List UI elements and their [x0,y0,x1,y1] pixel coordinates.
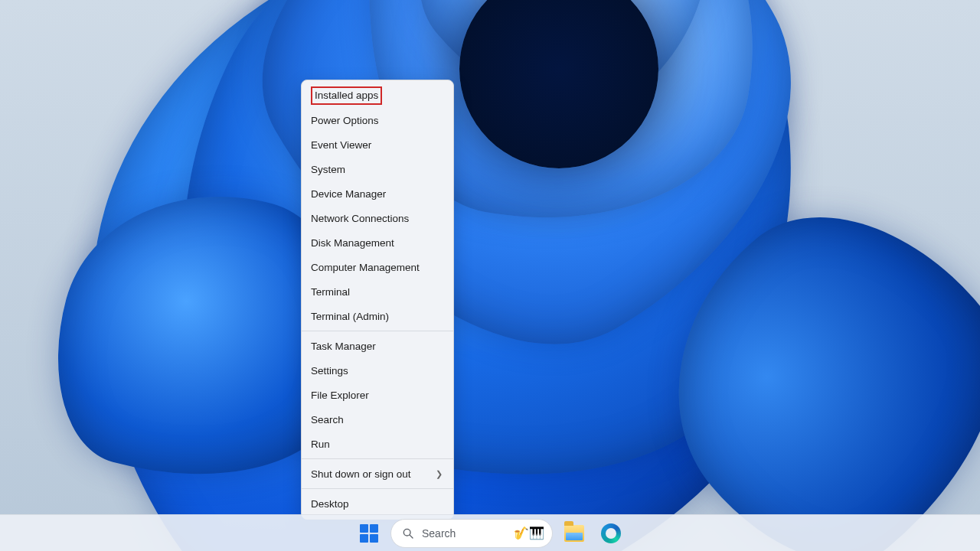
menu-item-label: Settings [311,365,348,377]
taskbar-file-explorer-button[interactable] [559,518,590,549]
menu-item-run[interactable]: Run [302,432,453,456]
menu-item-shut-down-or-sign-out[interactable]: Shut down or sign out❯ [302,461,453,486]
chevron-right-icon: ❯ [436,469,443,479]
menu-separator [302,331,453,331]
menu-item-label: Event Viewer [311,139,371,151]
taskbar: Search 🎷🎹 [0,514,980,551]
winx-context-menu: Installed appsPower OptionsEvent ViewerS… [301,80,454,520]
menu-item-label: System [311,164,345,175]
menu-item-task-manager[interactable]: Task Manager [302,334,453,358]
menu-item-label: Network Connections [311,213,409,224]
menu-item-event-viewer[interactable]: Event Viewer [302,132,453,157]
menu-item-label: Run [311,439,330,450]
menu-item-label: Terminal (Admin) [311,311,389,322]
menu-item-settings[interactable]: Settings [302,358,453,383]
search-icon [402,527,414,540]
menu-item-system[interactable]: System [302,157,453,181]
menu-item-label: Power Options [311,115,379,126]
windows-logo-icon [360,524,378,543]
menu-item-search[interactable]: Search [302,407,453,432]
start-button[interactable] [354,518,384,549]
menu-item-label: Device Manager [311,188,386,200]
menu-item-label: Shut down or sign out [311,468,411,480]
menu-separator [302,458,453,459]
menu-item-installed-apps[interactable]: Installed apps [302,83,453,108]
menu-item-label: Disk Management [311,237,394,249]
menu-item-label: Terminal [311,286,350,298]
menu-item-device-manager[interactable]: Device Manager [302,181,453,206]
desktop-wallpaper [0,0,980,551]
menu-item-label: Desktop [311,498,349,510]
menu-separator [302,488,453,489]
menu-item-terminal[interactable]: Terminal [302,279,453,304]
menu-item-label: Search [311,414,344,425]
svg-line-1 [410,535,413,538]
menu-item-terminal-admin[interactable]: Terminal (Admin) [302,304,453,328]
taskbar-search[interactable]: Search 🎷🎹 [390,519,553,548]
menu-item-disk-management[interactable]: Disk Management [302,230,453,255]
menu-item-label: Installed apps [311,86,382,105]
menu-item-file-explorer[interactable]: File Explorer [302,383,453,407]
menu-item-computer-management[interactable]: Computer Management [302,255,453,279]
file-explorer-icon [564,525,584,542]
taskbar-edge-button[interactable] [596,518,626,549]
search-placeholder: Search [422,527,456,540]
menu-item-desktop[interactable]: Desktop [302,491,453,516]
menu-item-label: File Explorer [311,390,369,401]
edge-icon [601,523,621,543]
menu-item-label: Task Manager [311,341,376,352]
menu-item-network-connections[interactable]: Network Connections [302,206,453,230]
menu-item-label: Computer Management [311,262,420,273]
search-decoration-icon: 🎷🎹 [514,526,544,540]
menu-item-power-options[interactable]: Power Options [302,108,453,132]
